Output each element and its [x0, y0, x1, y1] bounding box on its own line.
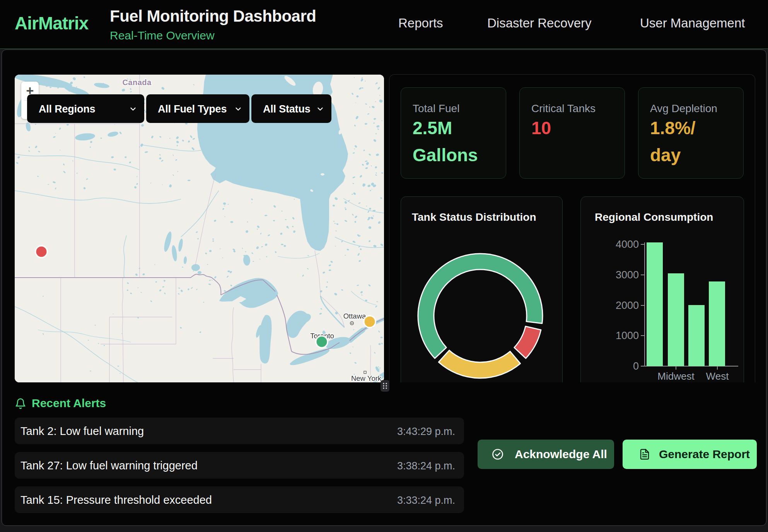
svg-text:1000: 1000: [616, 330, 639, 341]
svg-text:West: West: [706, 370, 729, 382]
svg-text:New York: New York: [351, 374, 382, 382]
svg-text:3000: 3000: [616, 269, 639, 281]
svg-text:Canada: Canada: [122, 78, 152, 87]
svg-text:Ottawa: Ottawa: [343, 312, 366, 320]
svg-text:4000: 4000: [616, 239, 639, 250]
svg-text:Midwest: Midwest: [657, 370, 695, 382]
svg-text:0: 0: [633, 360, 639, 372]
svg-text:2000: 2000: [616, 300, 639, 311]
